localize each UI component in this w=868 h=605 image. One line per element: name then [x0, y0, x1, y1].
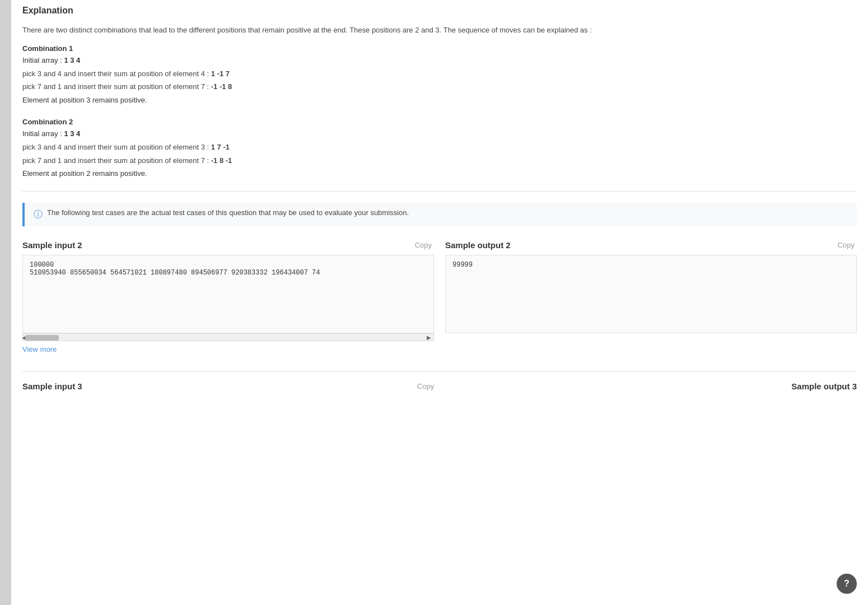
sample3-input-title: Sample input 3	[22, 381, 82, 391]
scrollbar-thumb[interactable]	[25, 335, 59, 341]
explanation-intro: There are two distinct combinations that…	[22, 25, 857, 36]
combination2-initial-label: Initial array :	[22, 129, 64, 138]
sample2-input-line1: 100000	[30, 261, 427, 269]
combination1-element-remains: Element at position 3 remains positive.	[22, 95, 857, 106]
sample2-output-box: 99999	[445, 255, 857, 333]
sample2-input-section: Sample input 2 Copy 100000 510953940 855…	[22, 240, 434, 362]
combination2-step1: pick 3 and 4 and insert their sum at pos…	[22, 142, 857, 153]
combination1-title: Combination 1	[22, 44, 857, 53]
main-content: Explanation There are two distinct combi…	[11, 0, 868, 605]
divider-after-combinations	[22, 191, 857, 192]
sample3-header: Sample input 3 Copy Sample output 3	[22, 381, 857, 392]
sample3-output-title: Sample output 3	[791, 381, 857, 391]
sample2-input-scrollbar[interactable]: ◀ ▶	[22, 333, 434, 341]
sample2-container: Sample input 2 Copy 100000 510953940 855…	[22, 240, 857, 362]
combination2-step2: pick 7 and 1 and insert their sum at pos…	[22, 155, 857, 167]
combination2-element-remains: Element at position 2 remains positive.	[22, 168, 857, 180]
sample2-input-content: 100000 510953940 855650034 564571021 180…	[30, 261, 427, 277]
combination1-block: Combination 1 Initial array : 1 3 4 pick…	[22, 44, 857, 106]
combination2-initial-array: Initial array : 1 3 4	[22, 128, 857, 140]
sample2-input-copy-button[interactable]: Copy	[413, 240, 434, 250]
combination1-step2: pick 7 and 1 and insert their sum at pos…	[22, 81, 857, 93]
combination2-initial-values: 1 3 4	[64, 129, 80, 138]
sample2-output-content: 99999	[452, 261, 850, 269]
explanation-title: Explanation	[22, 6, 857, 18]
divider-before-sample3	[22, 371, 857, 372]
sample2-input-title: Sample input 2	[22, 240, 82, 250]
sample2-input-header: Sample input 2 Copy	[22, 240, 434, 250]
info-box-text: The following test cases are the actual …	[47, 208, 409, 217]
left-sidebar-bar	[0, 0, 11, 605]
combination1-initial-values: 1 3 4	[64, 56, 80, 64]
view-more-link[interactable]: View more	[22, 345, 57, 353]
info-box: ⓘ The following test cases are the actua…	[22, 203, 857, 226]
help-button[interactable]: ?	[837, 574, 857, 594]
combination2-title: Combination 2	[22, 118, 857, 126]
combination1-initial-array: Initial array : 1 3 4	[22, 55, 857, 67]
sample3-copy-button[interactable]: Copy	[415, 381, 436, 392]
sample2-input-line2: 510953940 855650034 564571021 180897480 …	[30, 269, 427, 277]
scroll-right-arrow[interactable]: ▶	[427, 334, 431, 341]
sample2-input-box: 100000 510953940 855650034 564571021 180…	[22, 255, 434, 333]
info-box-content: ⓘ The following test cases are the actua…	[34, 208, 848, 221]
sample2-output-section: Sample output 2 Copy 99999	[445, 240, 857, 362]
combination1-initial-label: Initial array :	[22, 56, 64, 64]
info-icon: ⓘ	[34, 209, 43, 221]
combination1-step1: pick 3 and 4 and insert their sum at pos…	[22, 68, 857, 80]
page-wrapper: Explanation There are two distinct combi…	[0, 0, 868, 605]
combination2-block: Combination 2 Initial array : 1 3 4 pick…	[22, 118, 857, 180]
sample2-output-copy-button[interactable]: Copy	[836, 240, 857, 250]
sample2-output-value: 99999	[452, 261, 850, 269]
sample2-output-header: Sample output 2 Copy	[445, 240, 857, 250]
sample2-output-title: Sample output 2	[445, 240, 511, 250]
